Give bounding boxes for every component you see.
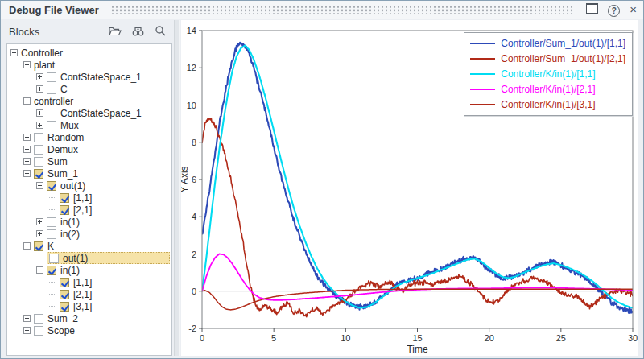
tree-row[interactable]: Sum_1 [7, 167, 171, 180]
tree-item-label[interactable]: [1,1] [73, 192, 95, 204]
tree-item-label[interactable]: ContStateSpace_1 [60, 108, 145, 119]
checkbox-checked[interactable] [60, 205, 69, 215]
expand-icon[interactable] [23, 315, 31, 322]
tree-row[interactable]: in(1) [7, 264, 171, 276]
checkbox-checked[interactable] [60, 193, 69, 203]
tree-item-label[interactable]: [2,1] [73, 204, 95, 216]
tree-row[interactable]: C [7, 83, 171, 95]
tree-row[interactable]: [2,1] [7, 204, 171, 216]
tree-selection-highlight[interactable]: out(1) [47, 252, 170, 264]
legend-item[interactable]: Controller/Sum_1/out(1)/[1,1] [470, 35, 625, 51]
tree-row[interactable]: [2,1] [7, 288, 171, 300]
checkbox-unchecked[interactable] [34, 326, 43, 336]
tree-item-label[interactable]: out(1) [63, 253, 91, 264]
checkbox-unchecked[interactable] [34, 145, 43, 155]
checkbox-checked[interactable] [60, 278, 69, 287]
legend-item[interactable]: Controller/K/in(1)/[2,1] [470, 81, 625, 97]
tree-item-label[interactable]: Controller [21, 47, 66, 59]
tree-row[interactable]: Demux [7, 143, 171, 155]
expand-icon[interactable] [36, 230, 43, 237]
checkbox-unchecked[interactable] [34, 314, 43, 324]
tree-row[interactable]: Mux [7, 119, 171, 131]
tree-row[interactable]: [1,1] [7, 276, 171, 288]
titlebar-drag-handle[interactable] [112, 6, 575, 14]
close-button[interactable]: × [630, 2, 637, 17]
open-file-button[interactable] [109, 25, 122, 39]
legend-item[interactable]: Controller/K/in(1)/[1,1] [470, 66, 625, 81]
float-window-button[interactable] [586, 2, 598, 17]
tree-item-label[interactable]: Sum_2 [47, 313, 81, 324]
legend-item[interactable]: Controller/Sum_1/out(1)/[2,1] [470, 51, 625, 66]
checkbox-unchecked[interactable] [47, 85, 56, 94]
collapse-icon[interactable] [10, 49, 18, 56]
tree-row[interactable]: in(1) [7, 216, 171, 228]
find-button[interactable] [132, 25, 144, 39]
help-button[interactable]: ? [608, 2, 620, 17]
collapse-icon[interactable] [36, 182, 43, 189]
collapse-icon[interactable] [23, 61, 31, 68]
tree-row[interactable]: in(2) [7, 228, 171, 240]
expand-icon[interactable] [23, 146, 31, 153]
tree-item-label[interactable]: Random [47, 132, 87, 143]
checkbox-unchecked[interactable] [47, 229, 56, 239]
tree-item-label[interactable]: [3,1] [73, 301, 95, 312]
tree-row[interactable]: Random [7, 131, 171, 143]
expand-icon[interactable] [36, 218, 43, 225]
checkbox-checked[interactable] [47, 266, 56, 275]
search-button[interactable] [155, 25, 166, 39]
tree-item-label[interactable]: Scope [47, 325, 78, 336]
tree-row[interactable]: ContStateSpace_1 [7, 71, 171, 83]
tree-row[interactable]: Sum [7, 155, 171, 167]
expand-icon[interactable] [36, 85, 43, 93]
tree-item-label[interactable]: C [60, 84, 71, 95]
tree-item-label[interactable]: out(1) [60, 180, 89, 192]
expand-icon[interactable] [36, 122, 43, 129]
checkbox-unchecked[interactable] [49, 254, 59, 263]
tree-item-label[interactable]: ContStateSpace_1 [60, 72, 145, 83]
collapse-icon[interactable] [23, 242, 31, 250]
tree-item-label[interactable]: controller [34, 96, 76, 107]
titlebar[interactable]: Debug File Viewer ? × [1, 1, 643, 19]
tree-row[interactable]: K [7, 240, 171, 252]
panel-splitter[interactable] [174, 20, 180, 356]
expand-icon[interactable] [36, 109, 43, 117]
collapse-icon[interactable] [36, 266, 43, 274]
tree-item-label[interactable]: plant [34, 60, 58, 71]
tree-row[interactable]: Sum_2 [7, 312, 171, 324]
tree-item-label[interactable]: Sum [47, 156, 71, 167]
tree-item-label[interactable]: Sum_1 [47, 168, 81, 180]
expand-icon[interactable] [23, 327, 31, 334]
expand-icon[interactable] [36, 73, 43, 80]
legend-item[interactable]: Controller/K/in(1)/[3,1] [470, 97, 625, 112]
tree-item-label[interactable]: K [47, 241, 57, 252]
expand-icon[interactable] [23, 158, 31, 165]
tree-row[interactable]: plant [7, 59, 171, 71]
tree-item-label[interactable]: in(2) [60, 229, 83, 240]
tree-row[interactable]: out(1) [7, 252, 171, 264]
expand-icon[interactable] [23, 134, 31, 141]
tree-row[interactable]: ContStateSpace_1 [7, 107, 171, 119]
tree-row[interactable]: controller [7, 95, 171, 107]
checkbox-unchecked[interactable] [47, 72, 56, 82]
tree-row[interactable]: [3,1] [7, 300, 171, 312]
tree-item-label[interactable]: Demux [47, 144, 81, 155]
blocks-tree[interactable]: ControllerplantContStateSpace_1Ccontroll… [6, 43, 172, 356]
tree-row[interactable]: Scope [7, 324, 171, 336]
checkbox-checked[interactable] [60, 302, 69, 312]
checkbox-unchecked[interactable] [47, 109, 56, 118]
checkbox-unchecked[interactable] [34, 157, 43, 167]
tree-item-label[interactable]: Mux [60, 120, 82, 131]
checkbox-unchecked[interactable] [34, 133, 43, 142]
tree-row[interactable]: [1,1] [7, 192, 171, 204]
collapse-icon[interactable] [23, 170, 31, 177]
tree-item-label[interactable]: in(1) [60, 217, 83, 228]
tree-item-label[interactable]: [1,1] [73, 277, 95, 288]
tree-row[interactable]: out(1) [7, 180, 171, 192]
collapse-icon[interactable] [23, 97, 31, 105]
checkbox-checked[interactable] [34, 241, 43, 251]
checkbox-checked[interactable] [34, 169, 43, 179]
checkbox-unchecked[interactable] [47, 121, 56, 130]
tree-item-label[interactable]: [2,1] [73, 289, 95, 300]
checkbox-checked[interactable] [60, 290, 69, 299]
tree-row[interactable]: Controller [7, 47, 171, 59]
